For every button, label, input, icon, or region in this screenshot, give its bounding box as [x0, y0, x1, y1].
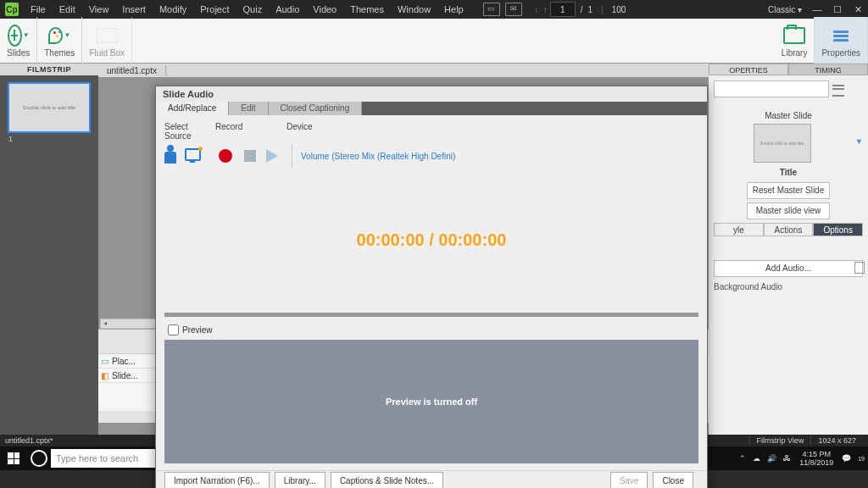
properties-search[interactable]: [714, 80, 829, 97]
arrow-up-icon[interactable]: ↑: [543, 5, 548, 14]
preview-label: Preview: [182, 325, 213, 335]
tab-closed-captioning[interactable]: Closed Captioning: [269, 102, 363, 115]
library-icon: [783, 27, 805, 44]
subtab-style[interactable]: yle: [714, 223, 764, 236]
list-icon[interactable]: [832, 85, 844, 97]
maximize-button[interactable]: ☐: [828, 2, 847, 17]
arrow-down-icon[interactable]: ↓: [534, 5, 538, 14]
tray-volume-icon[interactable]: 🔊: [767, 454, 776, 463]
master-slide-label: Master Slide: [714, 111, 863, 120]
dialog-footer: Import Narration (F6)... Library... Capt…: [156, 470, 707, 488]
page-total: 1: [588, 5, 593, 14]
status-view: Filmstrip View: [749, 436, 811, 445]
palette-icon: [48, 27, 63, 44]
slide-audio-dialog: Slide Audio Add/Replace Edit Closed Capt…: [155, 86, 708, 488]
properties-icon: [833, 29, 849, 42]
document-tab[interactable]: untitled1.cptx: [98, 65, 166, 76]
library-button[interactable]: Library...: [275, 472, 326, 488]
tab-add-replace[interactable]: Add/Replace: [156, 102, 229, 115]
ribbon-fluidbox: Fluid Box: [82, 17, 132, 64]
mail-icon[interactable]: ✉: [505, 3, 522, 16]
scroll-left-icon[interactable]: ◂: [101, 319, 109, 326]
master-dropdown-icon[interactable]: ▼: [855, 137, 863, 146]
waveform-bar[interactable]: [164, 313, 698, 317]
separator: [292, 144, 292, 168]
tray-onedrive-icon[interactable]: ☁: [753, 454, 760, 463]
add-slide-icon: [8, 25, 22, 47]
status-dimensions: 1024 x 627: [810, 436, 863, 445]
record-button[interactable]: [219, 149, 232, 163]
tray-notifications-icon[interactable]: 💬: [842, 454, 851, 463]
filmstrip-panel: FILMSTRIP Double click to add title 1: [0, 64, 98, 435]
captions-notes-button[interactable]: Captions & Slide Notes...: [331, 472, 443, 488]
menu-modify[interactable]: Modify: [153, 4, 193, 14]
label-select-source: Select Source: [164, 122, 215, 141]
filmstrip-header: FILMSTRIP: [0, 64, 98, 75]
close-dialog-button[interactable]: Close: [653, 472, 693, 488]
label-record: Record: [215, 122, 287, 141]
tab-edit[interactable]: Edit: [229, 102, 268, 115]
trash-icon[interactable]: [854, 262, 865, 274]
bg-audio-label: Background Audio: [714, 282, 863, 291]
subtab-options[interactable]: Options: [813, 223, 863, 236]
tray-badge: 19: [858, 456, 865, 462]
device-link[interactable]: Volume (Stereo Mix (Realtek High Defini): [301, 152, 455, 161]
audio-timer: 00:00:00 / 00:00:00: [164, 230, 698, 250]
label-device: Device: [287, 122, 313, 141]
page-nav: ↓ ↑ / 1 | 100: [531, 2, 626, 17]
menu-file[interactable]: File: [24, 4, 53, 14]
workspace-selector[interactable]: Classic ▾: [768, 5, 802, 14]
menu-video[interactable]: Video: [306, 4, 343, 14]
menu-edit[interactable]: Edit: [53, 4, 82, 14]
placeholder-icon: ▭: [98, 354, 110, 368]
ribbon-slides[interactable]: ▼ Slides: [0, 17, 37, 64]
play-button[interactable]: [266, 149, 278, 163]
menu-window[interactable]: Window: [391, 4, 437, 14]
tray-up-icon[interactable]: ⌃: [739, 454, 746, 463]
menu-view[interactable]: View: [82, 4, 116, 14]
import-narration-button[interactable]: Import Narration (F6)...: [164, 472, 270, 488]
add-audio-button[interactable]: Add Audio...: [714, 260, 863, 277]
properties-panel: OPERTIES TIMING Master Slide Double clic…: [709, 64, 868, 435]
system-tray: ⌃ ☁ 🔊 🖧 4:15 PM 11/8/2019 💬 19: [736, 450, 868, 467]
save-button: Save: [610, 472, 648, 488]
menu-insert[interactable]: Insert: [115, 4, 153, 14]
slide-thumbnail[interactable]: Double click to add title: [8, 82, 91, 133]
ribbon: ▼ Slides ▼ Themes Fluid Box Library Prop…: [0, 19, 868, 64]
minimize-button[interactable]: —: [808, 2, 826, 17]
system-source-icon[interactable]: [185, 148, 200, 164]
close-button[interactable]: ✕: [849, 2, 867, 17]
dialog-tabs: Add/Replace Edit Closed Captioning: [156, 102, 707, 115]
menu-help[interactable]: Help: [437, 4, 470, 14]
fluidbox-icon: [97, 28, 117, 43]
preview-checkbox[interactable]: [168, 324, 179, 336]
preview-panel: Preview is turned off: [164, 340, 698, 463]
titlebar: Cp File Edit View Insert Modify Project …: [0, 0, 868, 19]
tab-timing[interactable]: TIMING: [788, 64, 868, 75]
master-view-button[interactable]: Master slide view: [747, 202, 830, 219]
reset-master-button[interactable]: Reset Master Slide: [747, 182, 830, 199]
slide-icon: ◧: [98, 369, 110, 382]
mic-source-icon[interactable]: [164, 148, 180, 164]
tab-properties[interactable]: OPERTIES: [709, 64, 788, 75]
ribbon-properties[interactable]: Properties: [815, 17, 868, 64]
menu-audio[interactable]: Audio: [269, 4, 306, 14]
app-logo: Cp: [5, 3, 19, 16]
slide-title: Title: [714, 168, 863, 177]
stop-button[interactable]: [244, 150, 256, 162]
content-area: FILMSTRIP Double click to add title 1 un…: [0, 64, 868, 435]
ribbon-library[interactable]: Library: [775, 17, 815, 64]
tray-clock[interactable]: 4:15 PM 11/8/2019: [799, 450, 833, 467]
slide-number: 1: [8, 135, 98, 143]
cortana-icon[interactable]: [31, 450, 47, 467]
menu-themes[interactable]: Themes: [343, 4, 391, 14]
ribbon-themes[interactable]: ▼ Themes: [37, 17, 82, 64]
menu-quiz[interactable]: Quiz: [236, 4, 270, 14]
page-current[interactable]: [550, 2, 576, 17]
menu-project[interactable]: Project: [193, 4, 236, 14]
layout-icon[interactable]: ▭: [483, 3, 500, 16]
tray-network-icon[interactable]: 🖧: [783, 454, 791, 463]
master-slide-thumb[interactable]: Double click to add title: [754, 124, 811, 163]
start-button[interactable]: [0, 446, 27, 470]
subtab-actions[interactable]: Actions: [764, 223, 814, 236]
